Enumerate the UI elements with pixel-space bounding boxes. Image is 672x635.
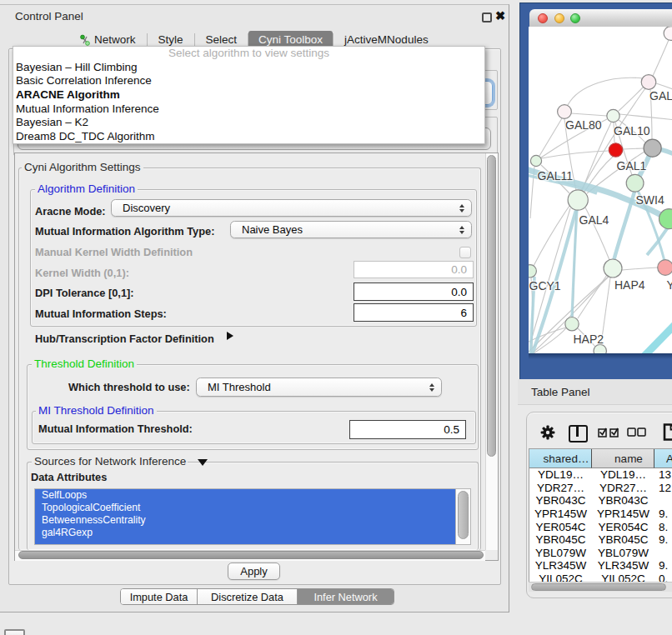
split-view-icon[interactable]: [569, 425, 588, 442]
algorithm-item[interactable]: Mutual Information Inference: [13, 102, 484, 117]
network-window-titlebar[interactable]: [529, 9, 672, 28]
table-panel-header: Table Panel: [518, 379, 672, 405]
algorithm-item[interactable]: Bayesian – Hill Climbing: [13, 61, 484, 75]
table-cell: YDR27…: [529, 482, 592, 495]
column-header-name[interactable]: name: [592, 449, 654, 468]
table-row[interactable]: YLR345WYLR345W9.: [529, 559, 672, 572]
table-cell: YBR045C: [529, 533, 592, 547]
table-cell: YBR045C: [592, 533, 654, 547]
bottom-tab-impute-data[interactable]: Impute Data: [121, 589, 197, 604]
network-edge[interactable]: [530, 208, 570, 343]
network-node-y[interactable]: [658, 260, 672, 276]
sources-collapse-icon[interactable]: [198, 459, 208, 466]
network-edge[interactable]: [623, 148, 644, 149]
table-row[interactable]: YDR27…YDR27…12: [529, 482, 672, 495]
network-node-hap2[interactable]: [565, 318, 579, 331]
network-thick-edge[interactable]: [614, 192, 634, 261]
data-attributes-list[interactable]: SelfLoopsTopologicalCoefficientBetweenne…: [34, 488, 455, 545]
network-edge[interactable]: [541, 151, 609, 158]
table-cell: YER054C: [592, 520, 654, 533]
network-node-gal[interactable]: [641, 75, 656, 90]
attribute-list-item[interactable]: [35, 539, 455, 545]
column-header-a[interactable]: A: [654, 449, 672, 468]
network-node-label: HAP2: [574, 332, 604, 346]
panel-corner-button[interactable]: [4, 629, 25, 635]
network-edge[interactable]: [622, 268, 658, 270]
dpi-tolerance-field[interactable]: 0.0: [354, 282, 474, 301]
mi-steps-label: Mutual Information Steps:: [35, 308, 167, 320]
network-node-label: GAL1: [617, 159, 647, 172]
network-edge[interactable]: [539, 118, 562, 156]
mac-zoom-icon[interactable]: [570, 13, 580, 23]
which-threshold-combobox[interactable]: MI Threshold: [196, 378, 442, 397]
table-row[interactable]: YIL052CYIL052C0.: [529, 572, 672, 582]
table-row[interactable]: YBR045CYBR045C9.: [529, 533, 672, 547]
kernel-width-field[interactable]: 0.0: [354, 261, 474, 278]
attribute-list-item[interactable]: TopologicalCoefficient: [35, 502, 455, 514]
float-icon[interactable]: [482, 12, 492, 22]
screenshot-stage: Control Panel ✖ NetworkStyleSelectCyni T…: [0, 0, 672, 635]
mac-close-icon[interactable]: [538, 13, 548, 23]
algorithm-item[interactable]: Dream8 DC_TDC Algorithm: [13, 130, 484, 144]
table-cell: YDL19…: [592, 468, 654, 482]
checked-columns-icon[interactable]: [598, 428, 619, 438]
algorithm-item[interactable]: ARACNE Algorithm: [13, 88, 484, 102]
table-row[interactable]: YDL19…YDL19…13: [529, 468, 672, 482]
close-icon[interactable]: ✖: [495, 9, 505, 22]
algorithm-item[interactable]: Basic Correlation Inference: [13, 74, 484, 88]
network-node-gal1[interactable]: [644, 139, 661, 157]
table-cell: 12: [654, 482, 672, 495]
mi-type-combobox[interactable]: Naive Bayes: [230, 221, 472, 238]
apply-button[interactable]: Apply: [228, 562, 280, 580]
table-row[interactable]: YBL079WYBL079W: [529, 547, 672, 560]
network-node-hap4[interactable]: [604, 259, 622, 278]
network-node-label: SWI4: [636, 193, 664, 207]
network-edge[interactable]: [653, 40, 669, 76]
aracne-mode-combobox[interactable]: Discovery: [111, 199, 472, 217]
network-node-red-node[interactable]: [609, 143, 622, 157]
network-thick-edge[interactable]: [644, 324, 672, 353]
attribute-list-item[interactable]: SelfLoops: [35, 489, 455, 502]
bottom-tab-infer-network[interactable]: Infer Network: [297, 589, 394, 604]
network-node-gal4[interactable]: [568, 190, 588, 210]
table-cell: YIL052C: [592, 572, 654, 582]
settings-vertical-scrollbar-thumb[interactable]: [487, 155, 496, 457]
network-canvas[interactable]: GALGAL80GAL10GAL1GAL11SWI4GAL4GCY1HAP4YH…: [529, 27, 672, 353]
page-icon[interactable]: [663, 423, 672, 441]
table-cell: YIL052C: [529, 572, 592, 582]
attribute-list-item[interactable]: BetweennessCentrality: [35, 514, 455, 527]
table-cell: YLR345W: [592, 559, 654, 572]
mi-steps-field[interactable]: 6: [354, 303, 474, 322]
mi-type-value: Naive Bayes: [242, 223, 303, 236]
table-row[interactable]: YER054CYER054C8.: [529, 520, 672, 533]
network-node-gal11[interactable]: [530, 155, 541, 166]
mi-threshold-label: Mutual Information Threshold:: [38, 422, 193, 435]
mac-minimize-icon[interactable]: [554, 13, 564, 23]
network-edge[interactable]: [619, 87, 644, 111]
bottom-tab-discretize-data[interactable]: Discretize Data: [197, 589, 297, 604]
network-thick-edge[interactable]: [647, 228, 668, 255]
settings-horizontal-scrollbar-thumb[interactable]: [18, 551, 484, 559]
network-edge[interactable]: [571, 113, 607, 116]
mi-threshold-field[interactable]: 0.5: [349, 420, 466, 439]
column-header-shared-[interactable]: shared…: [529, 449, 592, 468]
network-node-gal10[interactable]: [607, 109, 619, 122]
network-node-n-top[interactable]: [664, 27, 672, 40]
network-node-swi4[interactable]: [626, 174, 644, 192]
unchecked-columns-icon[interactable]: [627, 428, 646, 437]
stepper-arrows-icon: [459, 226, 465, 234]
network-node-gal80[interactable]: [558, 105, 572, 119]
hub-expand-icon[interactable]: [227, 332, 233, 340]
node-table: shared…nameA YDL19…YDL19…13YDR27…YDR27…1…: [529, 448, 672, 582]
network-node-gcy1[interactable]: [529, 265, 536, 278]
network-edge[interactable]: [619, 114, 672, 120]
network-edge[interactable]: [568, 78, 643, 105]
gear-icon[interactable]: [540, 425, 555, 440]
manual-kernel-checkbox[interactable]: [459, 247, 471, 258]
table-row[interactable]: YPR145WYPR145W9.: [529, 508, 672, 521]
attribute-list-scrollbar-thumb[interactable]: [458, 491, 469, 539]
table-row[interactable]: YBR043CYBR043C: [529, 494, 672, 508]
algorithm-item[interactable]: Bayesian – K2: [13, 116, 484, 130]
attribute-list-item[interactable]: gal4RGexp: [35, 527, 455, 539]
table-horizontal-scrollbar-thumb[interactable]: [531, 583, 666, 591]
